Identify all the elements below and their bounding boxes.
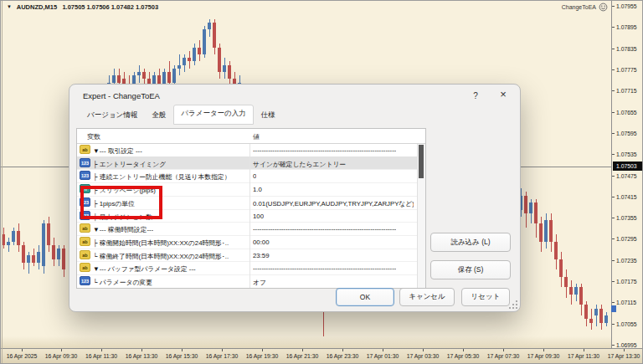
candle-body (27, 255, 30, 262)
candle-body (544, 220, 548, 241)
resize-grip[interactable] (510, 301, 517, 309)
load-button[interactable]: 読み込み (L) (430, 233, 511, 252)
close-button[interactable]: × (496, 88, 510, 101)
param-name: ▼--- バッファ型パラメータ設定 --- (93, 264, 196, 274)
candle-body (172, 69, 176, 83)
double-param-icon: ½ (80, 184, 90, 193)
current-price-label: 1.07503 (613, 161, 643, 171)
candle-body (7, 242, 10, 245)
param-row[interactable]: 123├ 連続エントリー防止機能（見送り本数指定）0 (77, 169, 418, 183)
string-param-icon: ab (80, 250, 90, 259)
string-param-icon: ab (80, 145, 90, 154)
param-row[interactable]: ab▼--- バッファ型パラメータ設定 --------------------… (77, 261, 418, 275)
param-value: 23:59 (253, 252, 270, 259)
candle-body (218, 48, 221, 73)
scrollbar-thumb[interactable] (419, 145, 424, 178)
axis-blue-marker (611, 305, 616, 312)
param-name: ├ エントリータイミング (93, 160, 166, 169)
param-row[interactable]: ½├ スリッページ(pips)1.0 (77, 182, 418, 197)
candle-body (17, 231, 20, 245)
candle-body (183, 58, 186, 64)
candle-body (198, 48, 201, 54)
candle-body (564, 277, 568, 288)
string-param-icon: ab (80, 263, 90, 272)
candle-body (599, 309, 603, 323)
param-name: ├ 連続エントリー防止機能（見送り本数指定） (93, 172, 231, 182)
ea-smiley-icon (599, 3, 608, 12)
string-param-icon: ab (80, 237, 90, 246)
dialog-tabs: バージョン情報全般パラメーターの入力仕様 (80, 106, 282, 125)
table-scrollbar[interactable] (417, 143, 425, 288)
candle-body (37, 252, 40, 263)
param-row[interactable]: 123├ 1pipsの単位0.01(USDJPY,EURJPY,AUDJPY,T… (77, 196, 418, 210)
dialog-tab[interactable]: パラメーターの入力 (173, 105, 254, 125)
string-param-icon: ab (80, 223, 90, 233)
column-header-variable: 変数 (87, 132, 100, 141)
candle-body (47, 223, 50, 244)
param-row[interactable]: ab▼--- 稼働時間設定---------------------------… (77, 222, 418, 236)
candle-body (534, 203, 538, 223)
cancel-button[interactable]: キャンセル (399, 288, 455, 306)
candle-body (193, 48, 196, 62)
candle-body (142, 72, 146, 79)
candle-body (112, 75, 116, 82)
dialog-tab[interactable]: 全般 (145, 107, 172, 125)
candle-body (539, 223, 543, 241)
ok-button[interactable]: OK (336, 288, 394, 306)
candle-body (2, 234, 5, 245)
param-name: ▼--- 取引設定 --- (93, 146, 142, 156)
one-click-trading-icon[interactable]: ▼ (7, 4, 12, 9)
integer-param-icon: 123 (80, 171, 90, 180)
param-value: ----------------------------------------… (253, 225, 396, 233)
candle-body (574, 287, 578, 294)
candle-body (188, 58, 191, 61)
candle-body (223, 65, 226, 72)
param-value: 0 (253, 172, 256, 180)
candle-body (22, 245, 25, 263)
expert-properties-dialog: Expert - ChangeToEA ? × バージョン情報全般パラメーターの… (69, 84, 521, 312)
integer-param-icon: 123 (80, 158, 90, 167)
param-value: ----------------------------------------… (253, 264, 396, 272)
candle-body (559, 259, 563, 277)
time-axis[interactable]: 16 Apr 202516 Apr 09:3016 Apr 11:3016 Ap… (0, 348, 643, 364)
param-value: 100 (253, 213, 264, 220)
save-button[interactable]: 保存 (S) (430, 260, 511, 279)
param-value: ----------------------------------------… (253, 146, 396, 154)
column-header-value: 値 (253, 132, 260, 141)
integer-param-icon: 123 (80, 197, 90, 207)
candle-body (42, 223, 45, 266)
candle-body (177, 65, 181, 69)
param-name: └ パラメータの変更 (93, 278, 152, 287)
candle-body (549, 220, 553, 241)
param-row[interactable]: ab▼--- 取引設定 ----------------------------… (77, 143, 418, 157)
chart-ohlc-values: 1.07505 1.07506 1.07482 1.07503 (62, 3, 158, 11)
dialog-tab[interactable]: 仕様 (255, 107, 282, 125)
integer-param-icon: 123 (80, 276, 90, 285)
dialog-title: Expert - ChangeToEA (83, 91, 160, 100)
param-row[interactable]: ab└ 稼働終了時間(日本時間)XX:XXの24時間形･..23:59 (77, 249, 418, 263)
candle-body (137, 72, 141, 75)
dialog-titlebar[interactable]: Expert - ChangeToEA ? × (69, 85, 520, 106)
param-row[interactable]: 123├ 最大ポジション数100 (77, 209, 418, 223)
param-value: 1.0 (253, 186, 262, 193)
integer-param-icon: 123 (80, 211, 90, 220)
reset-button[interactable]: リセット (461, 288, 510, 306)
param-name: ├ スリッページ(pips) (93, 186, 156, 195)
candle-body (584, 305, 588, 319)
candle-body (604, 315, 608, 322)
param-value: 00:00 (253, 238, 270, 246)
candle-body (208, 23, 211, 29)
candle-body (589, 319, 593, 322)
price-axis[interactable]: 1.079551.078951.078351.077751.077151.076… (611, 0, 643, 349)
param-row[interactable]: 123└ パラメータの変更オフ (77, 274, 418, 289)
param-row[interactable]: 123├ エントリータイミングサインが確定したらエントリー (77, 156, 418, 171)
param-name: ▼--- 稼働時間設定--- (93, 225, 153, 234)
table-header: 変数 値 (77, 129, 425, 144)
candle-body (524, 196, 527, 213)
param-value: サインが確定したらエントリー (253, 160, 346, 169)
dialog-tab[interactable]: バージョン情報 (80, 107, 144, 125)
ea-badge[interactable]: ChangeToEA (562, 3, 608, 12)
param-row[interactable]: ab├ 稼働開始時間(日本時間)XX:XXの24時間形･..00:00 (77, 235, 418, 249)
help-button[interactable]: ? (470, 90, 481, 102)
candle-body (569, 287, 573, 294)
